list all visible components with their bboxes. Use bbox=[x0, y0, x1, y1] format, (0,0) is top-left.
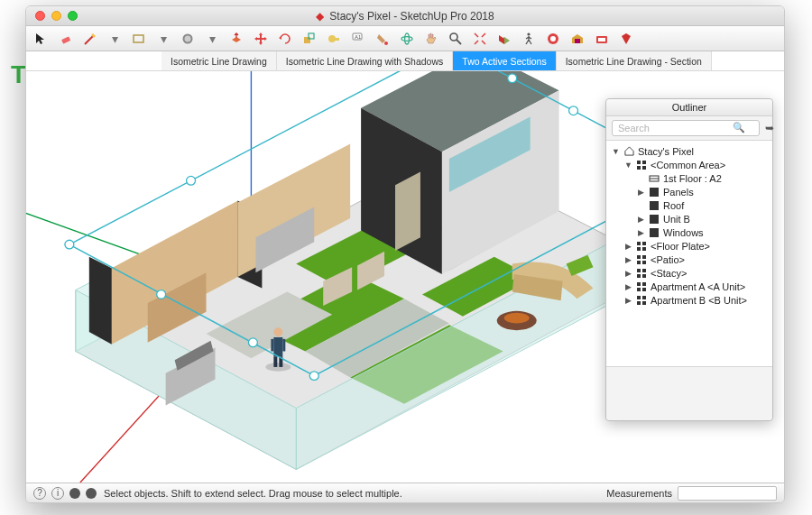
svg-rect-82 bbox=[637, 242, 641, 245]
line-tool-chevron-icon[interactable]: ▾ bbox=[106, 31, 123, 47]
tree-row-root[interactable]: ▼ Stacy's Pixel bbox=[608, 144, 770, 158]
walk-tool[interactable] bbox=[521, 31, 537, 47]
scene-tab-active[interactable]: Two Active Sections bbox=[453, 51, 556, 70]
scene-tab[interactable]: Isometric Line Drawing - Section bbox=[557, 51, 712, 70]
group-icon bbox=[649, 227, 660, 238]
document-icon: ◆ bbox=[316, 10, 324, 23]
group-icon bbox=[649, 200, 660, 211]
zoom-window-button[interactable] bbox=[68, 11, 78, 21]
rotate-tool[interactable] bbox=[277, 31, 293, 47]
zoom-extents-tool[interactable] bbox=[472, 31, 488, 47]
svg-point-16 bbox=[550, 36, 556, 41]
svg-rect-55 bbox=[273, 356, 277, 367]
component-icon bbox=[636, 295, 647, 306]
scene-tabs: Isometric Line Drawing Isometric Line Dr… bbox=[26, 51, 784, 71]
outliner-tree: ▼ Stacy's Pixel ▼ <Common Area> 1st Floo… bbox=[606, 141, 772, 366]
tree-row[interactable]: ▶ <Stacy> bbox=[608, 266, 770, 280]
extension-warehouse-tool[interactable] bbox=[594, 31, 610, 47]
svg-rect-99 bbox=[642, 296, 646, 299]
svg-rect-98 bbox=[637, 296, 641, 299]
group-icon bbox=[649, 214, 660, 225]
svg-rect-19 bbox=[598, 38, 605, 41]
window-controls bbox=[26, 11, 78, 21]
tree-row[interactable]: ▶ Apartment A <A Unit> bbox=[608, 280, 770, 293]
tree-row[interactable]: ▶ Panels bbox=[608, 185, 770, 198]
tree-row[interactable]: 1st Floor : A2 bbox=[608, 171, 770, 185]
svg-rect-89 bbox=[642, 261, 646, 264]
tree-row[interactable]: ▶ Windows bbox=[608, 225, 770, 239]
close-window-button[interactable] bbox=[35, 11, 45, 21]
select-tool[interactable] bbox=[33, 31, 50, 47]
tree-row[interactable]: Roof bbox=[608, 198, 770, 212]
svg-rect-85 bbox=[642, 247, 646, 251]
section-tool[interactable] bbox=[496, 31, 512, 47]
outliner-details-button[interactable]: ➥ bbox=[765, 122, 774, 134]
svg-point-13 bbox=[450, 33, 457, 41]
tree-label: 1st Floor : A2 bbox=[663, 173, 722, 184]
svg-point-68 bbox=[157, 290, 166, 299]
pan-tool[interactable] bbox=[423, 31, 439, 47]
rectangle-tool[interactable] bbox=[131, 31, 147, 47]
tree-label: Windows bbox=[663, 227, 704, 238]
component-icon bbox=[636, 254, 647, 265]
tree-label: Stacy's Pixel bbox=[638, 146, 694, 157]
svg-rect-58 bbox=[271, 339, 273, 352]
svg-rect-4 bbox=[304, 37, 310, 43]
tree-label: <Stacy> bbox=[651, 268, 687, 279]
svg-point-57 bbox=[273, 327, 282, 336]
scene-tab[interactable]: Isometric Line Drawing bbox=[161, 51, 277, 70]
svg-rect-86 bbox=[637, 255, 641, 259]
text-tool[interactable]: A1 bbox=[350, 31, 366, 47]
pushpull-tool[interactable] bbox=[228, 31, 245, 47]
line-tool[interactable] bbox=[82, 31, 98, 47]
scene-tab[interactable]: Isometric Line Drawing with Shadows bbox=[277, 51, 454, 70]
svg-point-65 bbox=[309, 372, 318, 381]
svg-rect-96 bbox=[637, 288, 641, 291]
circle-tool[interactable] bbox=[180, 31, 196, 47]
svg-rect-95 bbox=[642, 282, 646, 286]
tree-row[interactable]: ▼ <Common Area> bbox=[608, 158, 770, 171]
tree-label: <Common Area> bbox=[651, 160, 725, 170]
svg-rect-72 bbox=[637, 161, 641, 164]
component-icon bbox=[636, 268, 647, 279]
tree-label: Unit B bbox=[663, 214, 690, 225]
svg-point-10 bbox=[384, 41, 388, 45]
svg-rect-7 bbox=[335, 38, 339, 41]
eraser-tool[interactable] bbox=[58, 31, 74, 47]
svg-point-53 bbox=[265, 363, 291, 372]
scale-tool[interactable] bbox=[301, 31, 318, 47]
tree-row[interactable]: ▶ <Floor Plate> bbox=[608, 239, 770, 253]
orbit-tool[interactable] bbox=[399, 31, 415, 47]
zoom-tool[interactable] bbox=[448, 31, 464, 47]
move-tool[interactable] bbox=[253, 31, 269, 47]
arc-tool-chevron-icon[interactable]: ▾ bbox=[204, 31, 220, 47]
info-icon[interactable]: i bbox=[51, 487, 64, 500]
tape-tool[interactable] bbox=[326, 31, 342, 47]
paint-tool[interactable] bbox=[374, 31, 391, 47]
add-location-tool[interactable] bbox=[545, 31, 561, 47]
svg-rect-84 bbox=[637, 247, 641, 251]
svg-rect-100 bbox=[637, 301, 641, 305]
svg-rect-79 bbox=[650, 201, 659, 210]
outliner-panel[interactable]: Outliner 🔍 ➥ ▼ Stacy's Pixel ▼ <Common A bbox=[605, 98, 773, 421]
minimize-window-button[interactable] bbox=[51, 11, 61, 21]
tree-row[interactable]: ▶ <Patio> bbox=[608, 253, 770, 266]
ruby-tool[interactable] bbox=[618, 31, 634, 47]
svg-rect-54 bbox=[273, 337, 282, 356]
help-icon[interactable]: ? bbox=[33, 487, 46, 500]
svg-point-69 bbox=[248, 338, 257, 347]
app-window: ◆ Stacy's Pixel - SketchUp Pro 2018 ▾ ▾ … bbox=[25, 5, 785, 503]
svg-text:A1: A1 bbox=[355, 34, 362, 40]
measurements-input[interactable] bbox=[678, 486, 777, 501]
credits-icon[interactable] bbox=[86, 488, 97, 499]
tree-row[interactable]: ▶ Unit B bbox=[608, 212, 770, 225]
tree-row[interactable]: ▶ Apartment B <B Unit> bbox=[608, 293, 770, 307]
svg-point-6 bbox=[328, 35, 336, 42]
tree-label: Panels bbox=[663, 187, 694, 198]
status-hint: Select objects. Shift to extend select. … bbox=[104, 488, 599, 499]
warehouse-tool[interactable] bbox=[569, 31, 586, 47]
geolocation-icon[interactable] bbox=[69, 488, 80, 499]
shape-tool-chevron-icon[interactable]: ▾ bbox=[155, 31, 171, 47]
svg-rect-83 bbox=[642, 242, 646, 245]
svg-rect-73 bbox=[642, 161, 646, 164]
